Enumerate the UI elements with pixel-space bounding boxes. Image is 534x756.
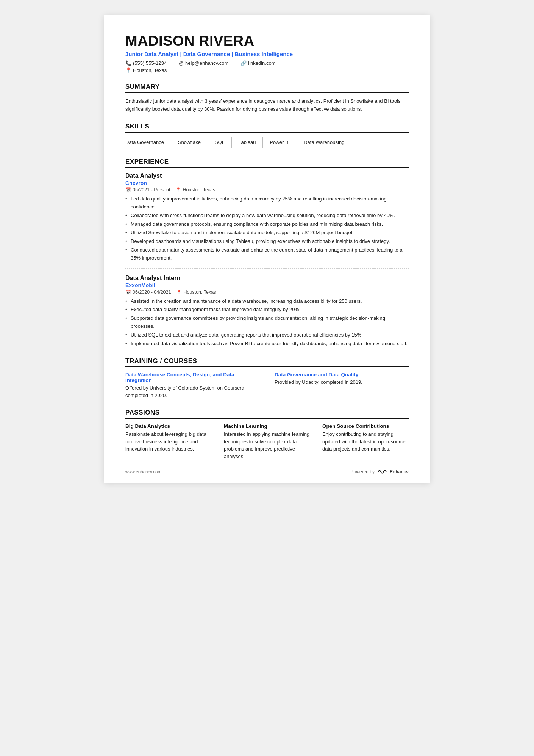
skill-item: Tableau [239, 137, 263, 148]
summary-section: SUMMARY Enthusiastic junior data analyst… [125, 83, 409, 113]
phone-icon: 📞 [125, 60, 131, 66]
link-icon: 🔗 [240, 60, 247, 66]
training-course-title: Data Warehouse Concepts, Design, and Dat… [125, 372, 259, 383]
passion-description: Interested in applying machine learning … [224, 430, 310, 460]
passion-description: Passionate about leveraging big data to … [125, 430, 212, 453]
job-title: Data Analyst [125, 172, 409, 179]
skill-item: Snowflake [178, 137, 208, 148]
training-course-desc: Provided by Udacity, completed in 2019. [275, 379, 409, 386]
footer-brand: Powered by Enhancv [351, 468, 409, 475]
bullet-item: Collaborated with cross-functional teams… [125, 212, 409, 220]
location-contact: 📍 Houston, Texas [125, 67, 167, 73]
location-pin-icon: 📍 [175, 187, 181, 193]
job-location: 📍 Houston, Texas [176, 290, 216, 295]
bullet-item: Conducted data maturity assessments to e… [125, 246, 409, 262]
email-icon: @ [179, 60, 184, 66]
phone-contact: 📞 (555) 555-1234 [125, 60, 167, 66]
phone-value: (555) 555-1234 [133, 60, 167, 66]
contact-info: 📞 (555) 555-1234 @ help@enhancv.com 🔗 li… [125, 60, 409, 66]
skill-item: Data Governance [125, 137, 171, 148]
training-grid: Data Warehouse Concepts, Design, and Dat… [125, 372, 409, 399]
email-value: help@enhancv.com [185, 60, 228, 66]
skills-title: SKILLS [125, 123, 409, 133]
skill-item: SQL [215, 137, 232, 148]
linkedin-value: linkedin.com [248, 60, 275, 66]
summary-text: Enthusiastic junior data analyst with 3 … [125, 97, 409, 113]
training-section: TRAINING / COURSES Data Warehouse Concep… [125, 357, 409, 399]
resume-footer: www.enhancv.com Powered by Enhancv [125, 468, 409, 475]
brand-name: Enhancv [390, 469, 409, 474]
passions-title: PASSIONS [125, 409, 409, 419]
passions-grid: Big Data Analytics Passionate about leve… [125, 423, 409, 460]
calendar-icon: 📅 [125, 290, 131, 295]
bullet-item: Utilized SQL to extract and analyze data… [125, 331, 409, 339]
linkedin-contact: 🔗 linkedin.com [240, 60, 275, 66]
job-date: 📅 05/2021 - Present [125, 187, 170, 193]
bullet-item: Assisted in the creation and maintenance… [125, 297, 409, 305]
passion-title: Machine Learning [224, 423, 310, 429]
bullet-item: Utilized Snowflake to design and impleme… [125, 229, 409, 237]
skill-item: Power BI [270, 137, 297, 148]
job-date: 📅 06/2020 - 04/2021 [125, 290, 171, 295]
job-company: ExxonMobil [125, 282, 409, 288]
passions-section: PASSIONS Big Data Analytics Passionate a… [125, 409, 409, 460]
resume-page: MADISON RIVERA Junior Data Analyst | Dat… [104, 15, 430, 483]
training-title: TRAINING / COURSES [125, 357, 409, 367]
bullet-item: Supported data governance committees by … [125, 315, 409, 330]
training-course-title: Data Governance and Data Quality [275, 372, 409, 377]
location-icon: 📍 [125, 67, 131, 73]
bullet-item: Managed data governance protocols, ensur… [125, 221, 409, 229]
passion-item: Open Source Contributions Enjoy contribu… [322, 423, 409, 460]
passion-description: Enjoy contributing to and staying update… [322, 430, 409, 453]
email-contact: @ help@enhancv.com [179, 60, 228, 66]
job-entry: Data Analyst Intern ExxonMobil 📅 06/2020… [125, 275, 409, 348]
bullet-item: Developed dashboards and visualizations … [125, 238, 409, 246]
job-separator [125, 268, 409, 269]
candidate-name: MADISON RIVERA [125, 33, 409, 49]
location-row: 📍 Houston, Texas [125, 67, 409, 73]
job-bullets: Led data quality improvement initiatives… [125, 195, 409, 262]
passion-title: Big Data Analytics [125, 423, 212, 429]
footer-website: www.enhancv.com [125, 470, 161, 474]
skills-section: SKILLS Data GovernanceSnowflakeSQLTablea… [125, 123, 409, 148]
passion-item: Machine Learning Interested in applying … [224, 423, 310, 460]
location-pin-icon: 📍 [176, 290, 182, 295]
experience-container: Data Analyst Chevron 📅 05/2021 - Present… [125, 172, 409, 347]
passion-item: Big Data Analytics Passionate about leve… [125, 423, 212, 460]
job-bullets: Assisted in the creation and maintenance… [125, 297, 409, 348]
passion-title: Open Source Contributions [322, 423, 409, 429]
enhancv-logo-icon [377, 468, 387, 475]
experience-section: EXPERIENCE Data Analyst Chevron 📅 05/202… [125, 158, 409, 347]
bullet-item: Led data quality improvement initiatives… [125, 195, 409, 211]
powered-by-label: Powered by [351, 469, 375, 474]
job-location: 📍 Houston, Texas [175, 187, 215, 193]
skills-list: Data GovernanceSnowflakeSQLTableauPower … [125, 137, 409, 148]
job-title: Data Analyst Intern [125, 275, 409, 282]
summary-title: SUMMARY [125, 83, 409, 93]
job-entry: Data Analyst Chevron 📅 05/2021 - Present… [125, 172, 409, 262]
location-value: Houston, Texas [133, 67, 167, 73]
skill-item: Data Warehousing [304, 137, 351, 148]
job-meta: 📅 06/2020 - 04/2021 📍 Houston, Texas [125, 290, 409, 295]
training-item: Data Governance and Data Quality Provide… [275, 372, 409, 399]
training-item: Data Warehouse Concepts, Design, and Dat… [125, 372, 259, 399]
calendar-icon: 📅 [125, 187, 131, 193]
bullet-item: Executed data quality management tasks t… [125, 306, 409, 314]
job-company: Chevron [125, 180, 409, 186]
header-section: MADISON RIVERA Junior Data Analyst | Dat… [125, 33, 409, 73]
job-meta: 📅 05/2021 - Present 📍 Houston, Texas [125, 187, 409, 193]
candidate-title: Junior Data Analyst | Data Governance | … [125, 51, 409, 57]
training-course-desc: Offered by University of Colorado System… [125, 384, 259, 399]
bullet-item: Implemented data visualization tools suc… [125, 340, 409, 348]
experience-title: EXPERIENCE [125, 158, 409, 168]
